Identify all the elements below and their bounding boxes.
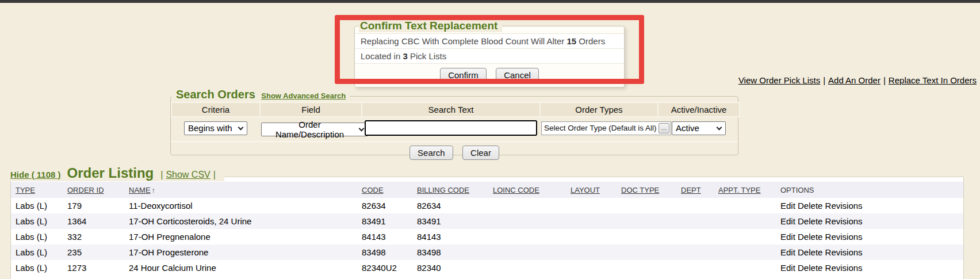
table-row: Labs (L)17911-Deoxycortisol8263482634Edi… [11,198,963,213]
cell-order-id: 235 [63,244,124,260]
active-inactive-select[interactable]: Active [672,121,726,135]
column-header-order-id[interactable]: ORDER ID [63,182,124,198]
column-header-appt-type[interactable]: APPT. TYPE [714,182,776,198]
column-label[interactable]: CODE [362,186,384,194]
column-header-dept[interactable]: DEPT [676,182,714,198]
column-label[interactable]: DOC TYPE [621,186,659,194]
search-text-input[interactable] [365,120,537,136]
cell-type: Labs (L) [11,229,63,244]
cancel-button[interactable]: Cancel [496,68,539,82]
cell-type: Labs (L) [11,198,63,213]
cell-loinc-code [488,229,566,244]
delete-link[interactable]: Delete [798,232,822,242]
cell-type: Labs (L) [11,244,63,260]
cell-appt-type [714,260,776,276]
revisions-link[interactable]: Revisions [825,232,863,242]
cell-dept [676,244,714,260]
cell-dept [676,229,714,244]
revisions-link[interactable]: Revisions [825,201,863,211]
delete-link[interactable]: Delete [798,263,822,273]
separator: | [823,75,825,85]
revisions-link[interactable]: Revisions [825,263,863,273]
order-type-control[interactable]: Select Order Type (Default is All) ... [541,121,671,135]
column-label[interactable]: TYPE [16,186,35,194]
orders-count: 15 [566,36,576,46]
message-text: Replacing CBC With Complete Blood Count … [361,36,566,46]
cell-loinc-code [488,213,566,229]
cell-billing-code: 84143 [412,229,488,244]
cell-options: Edit Delete Revisions [776,260,963,276]
column-header-loinc-code[interactable]: LOINC CODE [488,182,566,198]
cell-layout [566,229,617,244]
delete-link[interactable]: Delete [798,216,822,226]
column-header-layout[interactable]: LAYOUT [566,182,617,198]
dialog-message-orders: Replacing CBC With Complete Blood Count … [355,33,624,48]
search-orders-panel: Search Orders Show Advanced Search Crite… [170,96,738,155]
column-header-type[interactable]: TYPE [11,182,63,198]
message-text: Orders [576,36,605,46]
confirm-button[interactable]: Confirm [440,68,487,82]
order-listing-box: TYPEORDER IDNAME↑CODEBILLING CODELOINC C… [10,177,964,279]
column-label[interactable]: LOINC CODE [493,186,539,194]
edit-link[interactable]: Edit [780,232,795,242]
column-header-doc-type[interactable]: DOC TYPE [617,182,676,198]
show-csv-link[interactable]: Show CSV [166,170,210,180]
search-column-order-types: Order Types [540,102,658,117]
column-label[interactable]: ORDER ID [67,186,104,194]
column-header-billing-code[interactable]: BILLING CODE [412,182,488,198]
cell-doc-type [617,260,676,276]
edit-link[interactable]: Edit [780,201,795,211]
cell-appt-type [714,213,776,229]
order-listing-legend: Hide ( 1108 ) Order Listing | Show CSV | [10,165,224,181]
show-advanced-search-link[interactable]: Show Advanced Search [261,91,346,100]
cell-options: Edit Delete Revisions [776,213,963,229]
cell-layout [566,213,617,229]
clear-button[interactable]: Clear [462,146,499,160]
cell-billing-code: 82634 [412,198,488,213]
search-orders-title: Search Orders [176,88,255,101]
column-label[interactable]: BILLING CODE [417,186,469,194]
edit-link[interactable]: Edit [780,263,795,273]
column-header-options: OPTIONS [776,182,963,198]
column-label[interactable]: LAYOUT [571,186,600,194]
column-label[interactable]: DEPT [681,186,701,194]
hide-count-link[interactable]: Hide ( 1108 ) [10,170,61,179]
cell-code: 83491 [357,213,412,229]
field-select[interactable]: Order Name/Description [261,123,368,136]
order-type-browse-button[interactable]: ... [659,123,669,133]
column-label[interactable]: APPT. TYPE [718,186,760,194]
cell-name: 17-OH Progesterone [124,244,357,260]
cell-appt-type [714,229,776,244]
message-text: Located in [361,51,403,61]
confirm-text-replacement-dialog: Confirm Text Replacement Replacing CBC W… [354,20,625,87]
cell-order-id: 179 [63,198,124,213]
dialog-box: Replacing CBC With Complete Blood Count … [354,26,625,87]
nav-link-replace-text-in-orders[interactable]: Replace Text In Orders [889,75,977,85]
cell-code: 82634 [357,198,412,213]
cell-doc-type [617,229,676,244]
separator: | [213,170,216,180]
delete-link[interactable]: Delete [798,201,822,211]
top-window-bar [0,0,980,3]
nav-link-view-order-pick-lists[interactable]: View Order Pick Lists [738,75,820,85]
column-header-code[interactable]: CODE [357,182,412,198]
revisions-link[interactable]: Revisions [825,247,863,257]
search-column-search-text: Search Text [362,102,540,117]
order-listing-title: Order Listing [67,165,154,181]
order-table: TYPEORDER IDNAME↑CODEBILLING CODELOINC C… [11,182,963,276]
criteria-select[interactable]: Begins with [184,121,247,135]
search-button[interactable]: Search [409,146,453,160]
nav-link-add-an-order[interactable]: Add An Order [828,75,881,85]
column-label[interactable]: NAME [129,186,151,194]
search-column-field: Field [260,102,362,117]
column-header-name[interactable]: NAME↑ [124,182,357,198]
cell-loinc-code [488,260,566,276]
chevron-down-icon [238,124,244,130]
edit-link[interactable]: Edit [780,247,795,257]
delete-link[interactable]: Delete [798,247,822,257]
revisions-link[interactable]: Revisions [825,216,863,226]
cell-dept [676,260,714,276]
search-button-row: Search Clear [171,141,738,160]
edit-link[interactable]: Edit [780,216,795,226]
picklists-count: 3 [403,51,407,61]
